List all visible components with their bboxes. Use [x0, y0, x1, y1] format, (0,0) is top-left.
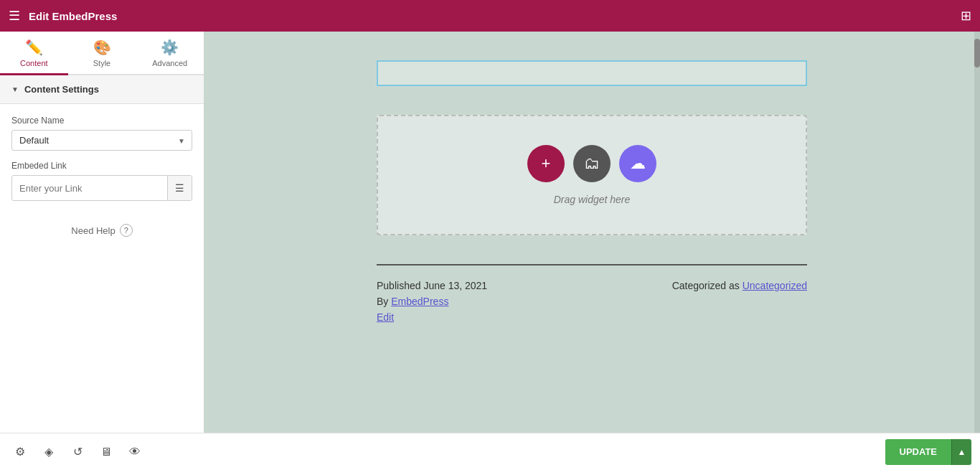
help-icon[interactable]: ?	[120, 224, 133, 237]
by-label: By	[377, 296, 391, 307]
settings-icon-btn[interactable]: ⚙	[9, 441, 32, 464]
sidebar: ✏️ Content 🎨 Style ⚙️ Advanced ▼ Content…	[0, 32, 204, 433]
content-tab-label: Content	[20, 59, 48, 67]
update-button[interactable]: UPDATE	[885, 439, 951, 465]
category-link[interactable]: Uncategorized	[743, 280, 807, 291]
style-tab-icon: 🎨	[93, 39, 111, 56]
source-name-select[interactable]: Default Custom	[11, 130, 192, 151]
section-chevron-icon: ▼	[11, 85, 19, 93]
embed-link-label: Embeded Link	[11, 161, 192, 171]
categorized-label: Categorized as	[672, 280, 740, 291]
tab-style[interactable]: 🎨 Style	[68, 32, 136, 75]
embed-link-field: Embeded Link ☰	[11, 161, 192, 201]
section-title: Content Settings	[24, 84, 99, 95]
desktop-icon-btn[interactable]: 🖥	[95, 441, 118, 464]
published-date: Published June 13, 2021	[377, 280, 487, 291]
need-help-label: Need Help	[71, 225, 115, 236]
footer-meta: Published June 13, 2021 By EmbedPress Ed…	[377, 280, 807, 323]
cloud-widget-button[interactable]: ☁	[619, 145, 656, 182]
history-icon-btn[interactable]: ↺	[66, 441, 89, 464]
footer-right: Categorized as Uncategorized	[672, 280, 807, 291]
eye-icon-btn[interactable]: 👁	[123, 441, 146, 464]
grid-icon[interactable]: ⊞	[961, 8, 971, 24]
drag-widget-text: Drag widget here	[554, 194, 631, 205]
list-icon: ☰	[175, 182, 184, 194]
page-title: Edit EmbedPress	[29, 10, 952, 22]
content-tab-icon: ✏️	[25, 39, 43, 56]
folder-icon: 🗂	[584, 154, 600, 173]
canvas: + 🗂 ☁ Drag widget here Published June 13…	[204, 32, 980, 433]
cloud-icon: ☁	[630, 154, 646, 173]
embed-link-icon-btn[interactable]: ☰	[167, 176, 192, 200]
section-body: Source Name Default Custom Embeded Link	[0, 104, 204, 212]
canvas-scrollbar[interactable]	[974, 32, 980, 433]
embed-link-input-wrapper: ☰	[11, 175, 192, 201]
canvas-title-input[interactable]	[377, 60, 807, 86]
widget-icons-row: + 🗂 ☁	[527, 145, 656, 182]
source-name-field: Source Name Default Custom	[11, 116, 192, 151]
advanced-tab-icon: ⚙️	[161, 39, 179, 56]
widget-drop-area: + 🗂 ☁ Drag widget here	[377, 115, 807, 235]
sidebar-content: ▼ Content Settings Source Name Default C…	[0, 75, 204, 433]
bottom-bar: ⚙ ◈ ↺ 🖥 👁 UPDATE ▲	[0, 433, 980, 470]
sidebar-tabs: ✏️ Content 🎨 Style ⚙️ Advanced	[0, 32, 204, 75]
plus-icon: +	[542, 154, 551, 173]
update-arrow-button[interactable]: ▲	[951, 439, 971, 465]
canvas-scrollbar-thumb[interactable]	[974, 39, 980, 67]
hamburger-icon[interactable]: ☰	[9, 8, 20, 24]
update-group: UPDATE ▲	[885, 439, 971, 465]
canvas-footer: Published June 13, 2021 By EmbedPress Ed…	[377, 264, 807, 323]
footer-left: Published June 13, 2021 By EmbedPress Ed…	[377, 280, 487, 323]
top-bar: ☰ Edit EmbedPress ⊞	[0, 0, 980, 32]
add-widget-button[interactable]: +	[527, 145, 565, 182]
folder-widget-button[interactable]: 🗂	[573, 145, 611, 182]
footer-divider	[377, 264, 807, 265]
section-header[interactable]: ▼ Content Settings	[0, 75, 204, 104]
embed-link-input[interactable]	[12, 178, 167, 199]
advanced-tab-label: Advanced	[152, 59, 187, 67]
tab-content[interactable]: ✏️ Content	[0, 32, 68, 75]
edit-link[interactable]: Edit	[377, 311, 487, 323]
author-line: By EmbedPress	[377, 296, 487, 307]
layers-icon-btn[interactable]: ◈	[37, 441, 60, 464]
source-name-label: Source Name	[11, 116, 192, 126]
tab-advanced[interactable]: ⚙️ Advanced	[136, 32, 204, 75]
style-tab-label: Style	[93, 59, 110, 67]
author-link[interactable]: EmbedPress	[391, 296, 448, 307]
source-name-select-wrapper: Default Custom	[11, 130, 192, 151]
need-help-section: Need Help ?	[0, 212, 204, 248]
